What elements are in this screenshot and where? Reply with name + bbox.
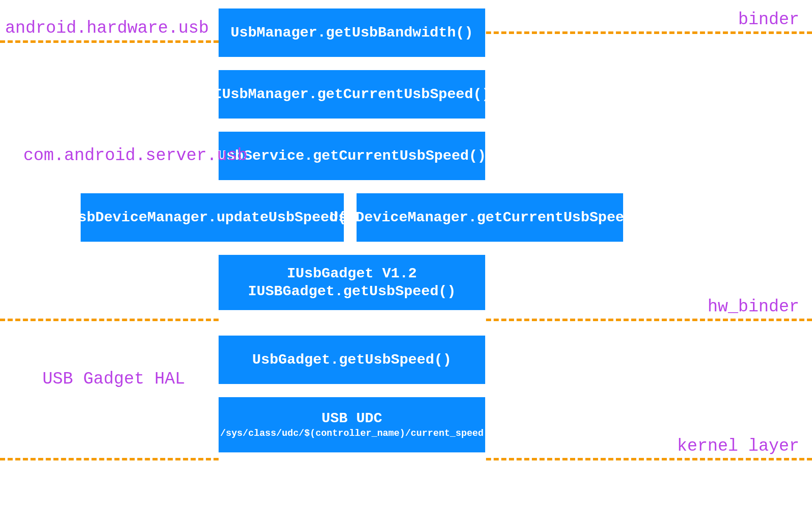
box-text: UsbManager.getUsbBandwidth(): [230, 24, 473, 42]
box-iusbgadget-v12: IUsbGadget V1.2 IUSBGadget.getUsbSpeed(): [219, 255, 485, 310]
label-binder: binder: [738, 10, 799, 29]
divider-hwbinder-left: [0, 319, 219, 321]
box-usbservice-getcurrentspeed: UsbService.getCurrentUsbSpeed(): [219, 132, 485, 180]
box-usbdevicemanager-getcurrentspeed: UsbDeviceManager.getCurrentUsbSpeed(): [357, 193, 623, 242]
box-usbmanager-getbandwidth: UsbManager.getUsbBandwidth(): [219, 8, 485, 57]
divider-binder-left: [0, 40, 219, 43]
divider-kernel-right: [486, 458, 812, 460]
label-hw-binder: hw_binder: [708, 297, 799, 316]
box-text: IUsbManager.getCurrentUsbSpeed(): [214, 85, 491, 104]
box-text-line1: IUsbGadget V1.2: [287, 265, 417, 283]
label-kernel-layer: kernel layer: [677, 437, 799, 456]
box-text: UsbDeviceManager.getCurrentUsbSpeed(): [330, 209, 650, 227]
divider-hwbinder-right: [486, 319, 812, 321]
box-text-line2: IUSBGadget.getUsbSpeed(): [248, 282, 456, 301]
box-usb-udc: USB UDC /sys/class/udc/$(controller_name…: [219, 397, 485, 452]
divider-kernel-left: [0, 458, 219, 460]
divider-binder-right: [486, 31, 812, 34]
label-com-android-server-usb: com.android.server.usb: [23, 146, 247, 165]
box-usbgadget-getspeed: UsbGadget.getUsbSpeed(): [219, 336, 485, 384]
box-text: UsbGadget.getUsbSpeed(): [252, 351, 451, 369]
box-usbdevicemanager-updatespeed: UsbDeviceManager.updateUsbSpeed(): [81, 193, 344, 242]
box-iusbmanager-getcurrentspeed: IUsbManager.getCurrentUsbSpeed(): [219, 70, 485, 119]
box-text: UsbDeviceManager.updateUsbSpeed(): [69, 209, 355, 227]
box-text-line1: USB UDC: [322, 409, 382, 428]
box-text: UsbService.getCurrentUsbSpeed(): [218, 147, 486, 165]
box-text-line2: /sys/class/udc/$(controller_name)/curren…: [220, 428, 484, 440]
label-android-hardware-usb: android.hardware.usb: [5, 19, 209, 38]
label-usb-gadget-hal: USB Gadget HAL: [42, 370, 185, 389]
